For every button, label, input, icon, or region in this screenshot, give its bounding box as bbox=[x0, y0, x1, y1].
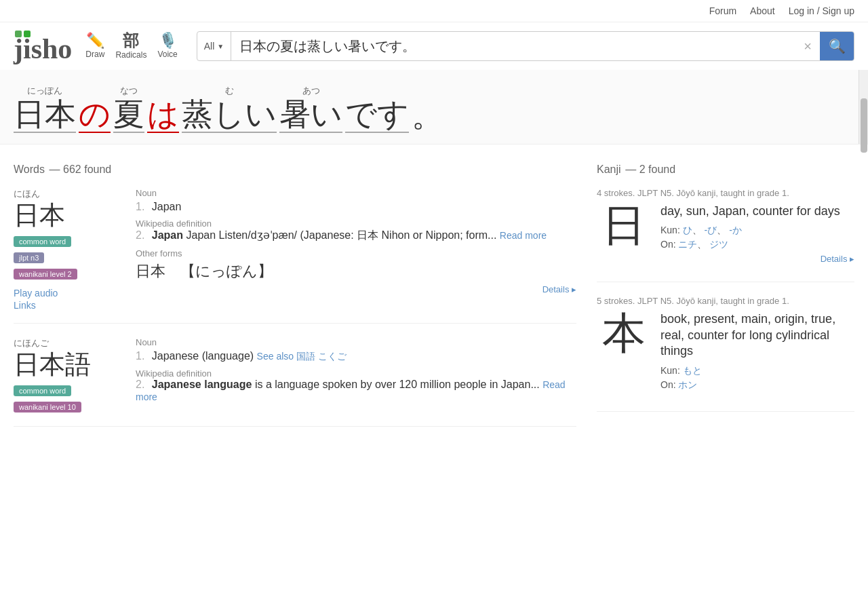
draw-button[interactable]: ✏️ Draw bbox=[85, 33, 104, 59]
radicals-button[interactable]: 部 Radicals bbox=[115, 33, 146, 60]
word-type-nihon-1: Noun bbox=[136, 188, 576, 198]
word-def-nihon-1: 1. Japan bbox=[136, 201, 576, 213]
word-title-nihon: 日本 bbox=[14, 201, 122, 230]
about-link[interactable]: About bbox=[750, 5, 775, 16]
other-forms-val-nihon: 日本 【にっぽん】 bbox=[136, 261, 576, 282]
word-type-nihongo-1: Noun bbox=[136, 337, 576, 347]
login-link[interactable]: Log in / Sign up bbox=[789, 5, 854, 16]
scroll-thumb bbox=[861, 98, 867, 153]
reading-nihongo: にほんご bbox=[14, 337, 122, 349]
kanji-on-hon: On: ホン bbox=[660, 379, 854, 391]
details-link-hi[interactable]: Details ▸ bbox=[660, 254, 854, 264]
search-icon: 🔍 bbox=[829, 38, 846, 54]
kanji-entry-hi-inner: 日 day, sun, Japan, counter for days Kun:… bbox=[597, 204, 854, 264]
kun-hi-2[interactable]: -び bbox=[705, 225, 717, 235]
word-def-nihongo-2: 2. Japanese language is a language spoke… bbox=[136, 379, 576, 403]
word-desu[interactable]: です bbox=[345, 85, 409, 133]
word-period: 。 bbox=[412, 86, 443, 133]
search-clear-button[interactable]: × bbox=[795, 39, 820, 54]
kun-hi-3[interactable]: -か bbox=[729, 225, 742, 235]
details-link-nihon[interactable]: Details ▸ bbox=[136, 284, 576, 294]
word-right-nihongo: Noun 1. Japanese (language) See also 国語 … bbox=[136, 337, 576, 415]
word-mushii[interactable]: む 蒸しい bbox=[182, 85, 277, 133]
logo[interactable]: jisho bbox=[14, 29, 72, 63]
on-hi-2[interactable]: ジツ bbox=[709, 239, 728, 250]
kanji-section-title: Kanji — 2 found bbox=[597, 158, 854, 177]
word-title-nihongo: 日本語 bbox=[14, 351, 122, 379]
badge-wk-nihon: wanikani level 2 bbox=[14, 269, 77, 280]
kanji-meta-hi: 4 strokes. JLPT N5. Jōyō kanji, taught i… bbox=[597, 188, 854, 198]
wiki-label-nihon: Wikipedia definition bbox=[136, 218, 576, 229]
play-links-nihon: Play audio Links bbox=[14, 288, 122, 311]
words-section: Words — 662 found にほん 日本 common word jlp… bbox=[14, 158, 576, 440]
word-natsu[interactable]: なつ 夏 bbox=[113, 85, 144, 133]
badge-jlpt-nihon: jlpt n3 bbox=[14, 252, 44, 263]
words-section-title: Words — 662 found bbox=[14, 158, 576, 177]
word-nihon[interactable]: にっぽん 日本 bbox=[14, 85, 76, 133]
kanji-on-hi: On: ニチ、 ジツ bbox=[660, 239, 854, 251]
sentence-breakdown: にっぽん 日本 の なつ 夏 は む 蒸しい あつ 暑い です 。 bbox=[0, 70, 868, 145]
word-def-nihon-2: 2. Japan Japan Listen/dʒəˈpæn/ (Japanese… bbox=[136, 229, 576, 243]
read-more-nihon[interactable]: Read more bbox=[500, 230, 547, 241]
search-filter-dropdown[interactable]: All ▼ bbox=[197, 32, 231, 60]
badge-wk-nihongo: wanikani level 10 bbox=[14, 402, 81, 412]
other-forms-label-nihon: Other forms bbox=[136, 248, 576, 258]
badge-common-nihon: common word bbox=[14, 236, 71, 247]
word-left-nihongo: にほんご 日本語 common word wanikani level 10 bbox=[14, 337, 122, 415]
kanji-char-hi[interactable]: 日 bbox=[597, 204, 651, 247]
voice-icon: 🎙️ bbox=[159, 33, 177, 48]
search-input[interactable] bbox=[231, 39, 795, 54]
forum-link[interactable]: Forum bbox=[709, 5, 736, 16]
reading-nihon: にほん bbox=[14, 188, 122, 200]
kanji-meaning-hi: day, sun, Japan, counter for days bbox=[660, 204, 854, 219]
search-submit-button[interactable]: 🔍 bbox=[820, 32, 854, 60]
badge-common-nihongo: common word bbox=[14, 385, 71, 396]
kun-hi-1[interactable]: ひ bbox=[683, 225, 692, 235]
kanji-kun-hi: Kun: ひ、 -び、 -か bbox=[660, 225, 854, 237]
word-no[interactable]: の bbox=[79, 85, 111, 133]
kanji-entry-hon-inner: 本 book, present, main, origin, true, rea… bbox=[597, 311, 854, 393]
word-right-nihon: Noun 1. Japan Wikipedia definition 2. Ja… bbox=[136, 188, 576, 312]
scrollbar[interactable] bbox=[859, 70, 868, 144]
wiki-label-nihongo: Wikipedia definition bbox=[136, 368, 576, 379]
kanji-entry-hon: 5 strokes. JLPT N5. Jōyō kanji, taught i… bbox=[597, 296, 854, 411]
logo-dot-1 bbox=[15, 31, 22, 37]
kun-hon-1[interactable]: もと bbox=[683, 365, 702, 376]
radicals-icon: 部 bbox=[123, 33, 139, 49]
word-entry-nihon: にほん 日本 common word jlpt n3 wanikani leve… bbox=[14, 188, 576, 324]
top-navigation: Forum About Log in / Sign up bbox=[0, 0, 868, 22]
kanji-kun-hon: Kun: もと bbox=[660, 365, 854, 377]
logo-dot-2 bbox=[24, 31, 31, 37]
dropdown-chevron-icon: ▼ bbox=[217, 43, 224, 50]
word-entry-nihongo: にほんご 日本語 common word wanikani level 10 N… bbox=[14, 337, 576, 427]
main-content: Words — 662 found にほん 日本 common word jlp… bbox=[0, 145, 868, 454]
word-ha[interactable]: は bbox=[147, 85, 179, 133]
header: jisho ✏️ Draw 部 Radicals 🎙️ Voice All ▼ … bbox=[0, 22, 868, 70]
kanji-meta-hon: 5 strokes. JLPT N5. Jōyō kanji, taught i… bbox=[597, 296, 854, 306]
kanji-entry-hi: 4 strokes. JLPT N5. Jōyō kanji, taught i… bbox=[597, 188, 854, 282]
search-bar: All ▼ × 🔍 bbox=[197, 31, 854, 61]
links-link[interactable]: Links bbox=[14, 300, 122, 311]
word-def-nihongo-1: 1. Japanese (language) See also 国語 こくご bbox=[136, 350, 576, 363]
draw-icon: ✏️ bbox=[86, 33, 104, 48]
word-left-nihon: にほん 日本 common word jlpt n3 wanikani leve… bbox=[14, 188, 122, 312]
search-tools: ✏️ Draw 部 Radicals 🎙️ Voice bbox=[85, 33, 177, 60]
kanji-char-hon[interactable]: 本 bbox=[597, 311, 651, 355]
see-also-kokug[interactable]: See also 国語 こくご bbox=[257, 351, 347, 362]
voice-button[interactable]: 🎙️ Voice bbox=[157, 33, 177, 59]
on-hi-1[interactable]: ニチ bbox=[678, 239, 697, 250]
kanji-section: Kanji — 2 found 4 strokes. JLPT N5. Jōyō… bbox=[597, 158, 854, 440]
kanji-info-hi: day, sun, Japan, counter for days Kun: ひ… bbox=[660, 204, 854, 264]
kanji-info-hon: book, present, main, origin, true, real,… bbox=[660, 311, 854, 393]
play-audio-link[interactable]: Play audio bbox=[14, 288, 122, 299]
on-hon-1[interactable]: ホン bbox=[678, 379, 697, 390]
word-atsui[interactable]: あつ 暑い bbox=[279, 85, 342, 133]
kanji-meaning-hon: book, present, main, origin, true, real,… bbox=[660, 311, 854, 359]
